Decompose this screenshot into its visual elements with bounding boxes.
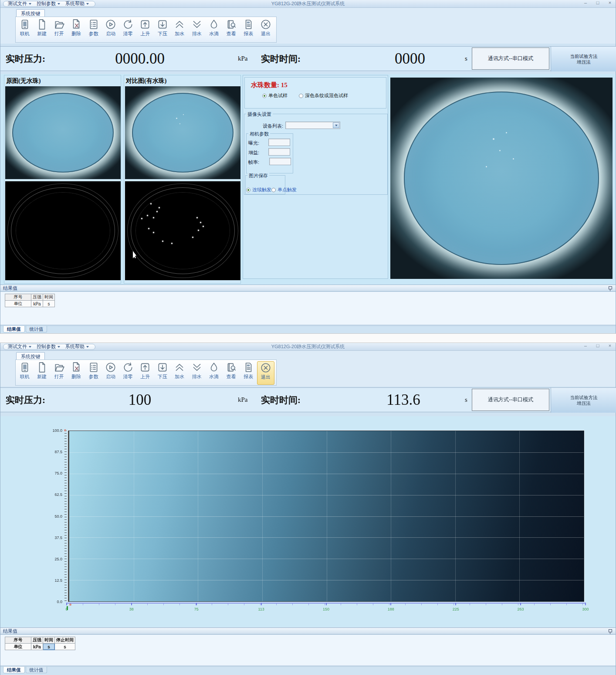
y-axis-ticks [64,431,67,602]
toolbar-button-raise[interactable]: 上升 [137,361,154,385]
x-tick-label: 300 [582,607,589,611]
minimize-button[interactable]: – [582,0,589,5]
x-tick-label: 150 [323,607,329,611]
toolbar-button-water-drop[interactable]: 水滴 [206,18,223,42]
results-panel-header: 结果值 [0,628,616,634]
radio-trigger-continuous[interactable]: 连续触发 [246,187,271,193]
dropdown-button[interactable] [333,122,339,128]
radio-unselected-icon [299,94,303,98]
compare-processed-image [125,181,240,280]
toolbar-button-press-down[interactable]: 下压 [154,18,171,42]
comm-mode-box[interactable]: 通讯方式--串口模式 [472,47,549,70]
toolbar-button-new[interactable]: 新建 [34,18,51,42]
menu-control-params[interactable]: 控制参数 [35,343,62,350]
tab-statistic-values[interactable]: 统计值 [26,326,47,332]
exposure-input[interactable] [268,139,290,146]
toolbar-button-drain-water[interactable]: 排水 [188,361,206,385]
gain-input[interactable] [268,148,290,156]
camera-params-group: 相机参数 曝光: 增益: 帧率: [246,133,293,173]
toolbar-button-raise[interactable]: 上升 [137,18,154,42]
toolbar-button-zero[interactable]: 清零 [119,18,137,42]
toolbar-button-start[interactable]: 启动 [102,361,120,385]
selected-cell[interactable]: s [43,644,55,650]
col-pressure: 压强 [31,637,43,644]
titlebar: 测试文件 控制参数 系统帮助 YG812G-20静水压测试仪测试系统 – □ × [0,343,616,351]
toolbar-button-add-water[interactable]: 加水 [171,18,189,42]
tab-statistic-values[interactable]: 统计值 [26,667,47,673]
maximize-button[interactable]: □ [595,0,601,5]
tab-result-values[interactable]: 结果值 [3,326,25,332]
open-folder-icon [53,18,65,31]
close-button[interactable]: × [607,0,613,5]
delete-file-icon [70,361,82,373]
menu-test-file[interactable]: 测试文件 [6,0,33,7]
toolbar-button-water-drop[interactable]: 水滴 [206,361,223,385]
x-tick-label: 225 [453,607,459,611]
toolbar-button-exit[interactable]: 退出 [257,18,274,42]
radio-unselected-icon [271,188,276,192]
table-unit-row: 单位 kPa s s [5,644,75,650]
status-row: 实时压力: 100 kPa 实时时间: 113.6 s 通讯方式--串口模式 当… [0,387,616,412]
arrow-down-icon [156,361,169,373]
toolbar-zone: 联机 新建 打开 删除 参数 启动 清零 上升 下压 加水 排水 水滴 查看 报… [0,17,616,44]
maximize-button[interactable]: □ [595,343,601,348]
start-play-icon [105,361,117,373]
exit-circle-icon [260,18,272,31]
toolbar-button-open[interactable]: 打开 [51,18,68,42]
radio-sample-dark[interactable]: 深色条纹或混色试样 [299,92,348,99]
toolbar-button-new[interactable]: 新建 [34,361,51,385]
toolbar-button-drain-water[interactable]: 排水 [188,18,206,42]
radio-trigger-single[interactable]: 单点触发 [271,187,297,193]
dropdown-arrow-icon [58,3,60,5]
toolbar-button-exit[interactable]: 退出 [257,361,274,385]
parameter-list-icon [88,361,100,373]
pressure-unit: kPa [238,388,248,412]
pin-icon[interactable] [609,629,612,634]
toolbar-button-params[interactable]: 参数 [85,18,102,42]
menu-system-help[interactable]: 系统帮助 [64,0,91,7]
tab-system-keys[interactable]: 系统按键 [16,352,45,360]
x-tick-label: 263 [518,607,524,611]
live-camera-image [390,78,613,279]
tab-system-keys[interactable]: 系统按键 [16,9,45,17]
monitor-icon [19,18,31,31]
time-unit: s [465,388,467,412]
pressure-value: 100 [79,388,201,412]
toolbar-button-report[interactable]: 报表 [240,18,257,42]
toolbar-button-start[interactable]: 启动 [102,18,120,42]
detection-settings-panel: 水珠数量: 15 单色试样 深色条纹或混色试样 摄像头设置 设备列表: 相机参数… [243,75,388,279]
toolbar-button-report[interactable]: 报表 [240,361,257,385]
col-index: 序号 [5,637,31,644]
framerate-input[interactable] [269,158,291,165]
test-method-button[interactable]: 当前试验方法 增压法 [551,47,616,71]
menu-control-params[interactable]: 控制参数 [35,0,62,7]
toolbar-button-delete[interactable]: 删除 [68,18,85,42]
radio-sample-mono[interactable]: 单色试样 [262,92,288,99]
dropdown-arrow-icon [335,125,338,126]
close-button[interactable]: × [607,343,613,348]
toolbar-button-connect[interactable]: 联机 [16,361,34,385]
menu-test-file[interactable]: 测试文件 [6,343,33,350]
comm-mode-box[interactable]: 通讯方式--串口模式 [472,389,549,411]
device-list-select[interactable] [285,122,340,129]
toolbar-button-add-water[interactable]: 加水 [171,361,189,385]
toolbar-button-view[interactable]: 查看 [223,18,240,42]
toolbar-button-open[interactable]: 打开 [51,361,68,385]
reset-arrow-icon [122,18,134,31]
toolbar-button-press-down[interactable]: 下压 [154,361,171,385]
toolbar-button-connect[interactable]: 联机 [16,18,34,42]
arrow-up-icon [139,361,151,373]
minimize-button[interactable]: – [582,343,589,348]
menu-system-help[interactable]: 系统帮助 [64,343,91,350]
y-tick-label: 75.0 [54,471,62,475]
toolbar-button-zero[interactable]: 清零 [119,361,137,385]
toolbar-button-params[interactable]: 参数 [85,361,102,385]
toolbar-button-view[interactable]: 查看 [223,361,240,385]
x-tick-label: 188 [388,607,394,611]
test-method-button[interactable]: 当前试验方法 增压法 [551,388,616,413]
toolbar-button-delete[interactable]: 删除 [68,361,85,385]
pin-icon[interactable] [609,286,612,291]
pressure-label: 实时压力: [6,388,45,412]
tab-result-values[interactable]: 结果值 [3,667,25,673]
x-tick-label: 75 [194,607,199,611]
